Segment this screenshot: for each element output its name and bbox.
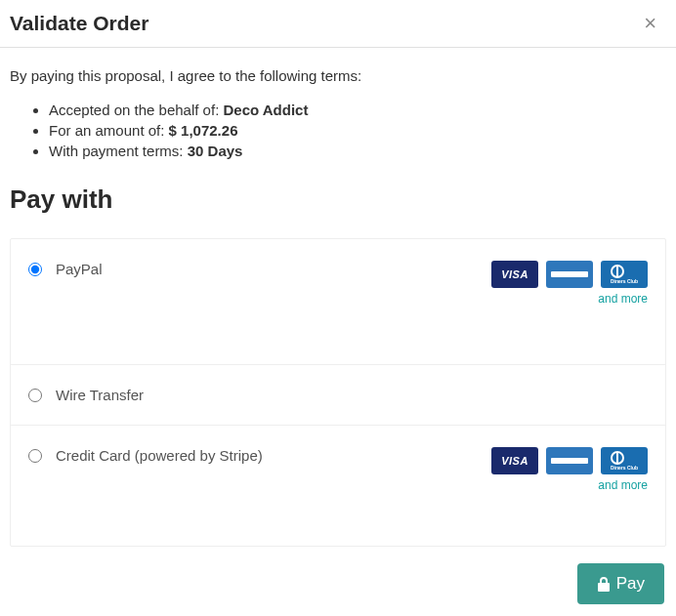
terms-intro: By paying this proposal, I agree to the … <box>0 48 676 94</box>
diners-icon: Diners Club <box>601 447 648 474</box>
card-icons: VISA Diners Club and more <box>491 447 648 492</box>
card-row: VISA Diners Club <box>491 447 648 474</box>
radio-stripe[interactable] <box>28 449 42 463</box>
visa-icon: VISA <box>491 447 538 474</box>
pay-button[interactable]: Pay <box>577 563 664 604</box>
terms-item-amount: For an amount of: $ 1,072.26 <box>49 122 666 139</box>
lock-icon <box>597 576 611 592</box>
payment-option-wire[interactable]: Wire Transfer <box>11 365 665 426</box>
terms-label: Accepted on the behalf of: <box>49 102 223 118</box>
option-label: Credit Card (powered by Stripe) <box>56 447 263 464</box>
and-more-link[interactable]: and more <box>598 478 648 492</box>
terms-list: Accepted on the behalf of: Deco Addict F… <box>0 94 676 173</box>
pay-with-heading: Pay with <box>0 173 676 225</box>
payment-options: PayPal VISA Diners Club and more Wire Tr… <box>10 238 666 547</box>
terms-value: Deco Addict <box>223 102 308 118</box>
radio-paypal[interactable] <box>28 263 42 276</box>
option-left: Wire Transfer <box>28 387 144 403</box>
option-left: PayPal <box>28 261 103 277</box>
card-icons: VISA Diners Club and more <box>491 261 648 306</box>
terms-item-payment-terms: With payment terms: 30 Days <box>49 143 666 159</box>
pay-button-label: Pay <box>616 574 645 594</box>
close-icon: × <box>644 11 656 35</box>
card-row: VISA Diners Club <box>491 261 648 288</box>
radio-wire[interactable] <box>28 389 42 402</box>
close-button[interactable]: × <box>640 13 660 34</box>
terms-value: 30 Days <box>188 143 243 159</box>
payment-option-stripe[interactable]: Credit Card (powered by Stripe) VISA Din… <box>11 426 665 546</box>
and-more-link[interactable]: and more <box>598 292 648 306</box>
option-label: Wire Transfer <box>56 387 144 403</box>
modal-header: Validate Order × <box>0 0 676 48</box>
option-label: PayPal <box>56 261 103 277</box>
amex-icon <box>546 261 593 288</box>
terms-item-behalf: Accepted on the behalf of: Deco Addict <box>49 102 666 118</box>
option-left: Credit Card (powered by Stripe) <box>28 447 263 464</box>
terms-value: $ 1,072.26 <box>169 122 238 139</box>
diners-icon: Diners Club <box>601 261 648 288</box>
modal-title: Validate Order <box>10 12 148 35</box>
amex-icon <box>546 447 593 474</box>
terms-label: For an amount of: <box>49 122 169 139</box>
payment-option-paypal[interactable]: PayPal VISA Diners Club and more <box>11 239 665 365</box>
terms-label: With payment terms: <box>49 143 188 159</box>
visa-icon: VISA <box>491 261 538 288</box>
